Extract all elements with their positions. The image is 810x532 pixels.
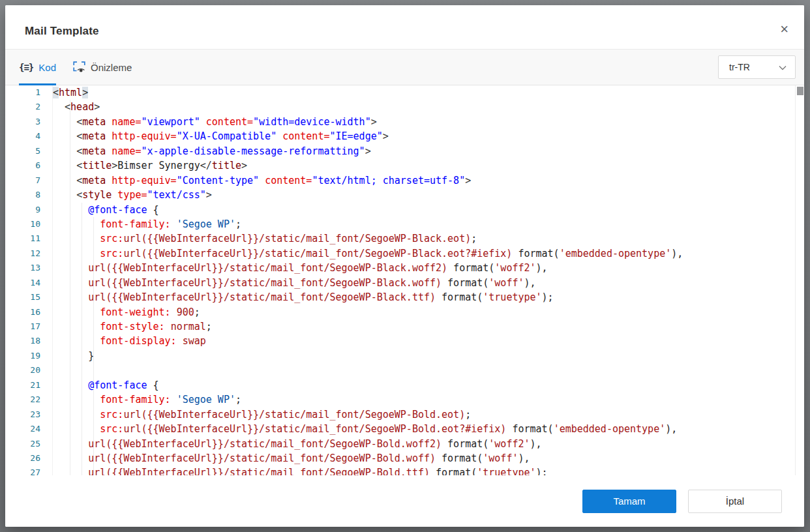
code-line[interactable]: font-weight: 900; (53, 305, 794, 319)
line-number[interactable]: 25 (5, 437, 52, 451)
line-number[interactable]: 27 (5, 466, 52, 475)
code-line[interactable]: font-style: normal; (53, 319, 794, 334)
code-line[interactable]: url({{WebInterfaceUrl}}/static/mail_font… (53, 290, 794, 304)
line-number[interactable]: 20 (5, 363, 52, 377)
line-number[interactable]: 14 (5, 276, 52, 290)
code-braces-icon: {≡} (19, 62, 33, 72)
scrollbar-thumb[interactable] (797, 87, 803, 95)
code-line[interactable]: url({{WebInterfaceUrl}}/static/mail_font… (53, 451, 794, 466)
code-line[interactable]: <style type="text/css"> (53, 188, 794, 202)
line-number[interactable]: 21 (5, 378, 52, 392)
line-number[interactable]: 23 (5, 407, 52, 422)
code-line[interactable]: @font-face { (53, 203, 794, 217)
code-editor[interactable]: 1234567891011121314151617181920212223242… (5, 85, 804, 475)
tab-kod-label: Kod (38, 62, 56, 73)
line-number[interactable]: 18 (5, 334, 52, 348)
language-select[interactable]: tr-TR (718, 55, 796, 79)
code-line[interactable]: src:url({{WebInterfaceUrl}}/static/mail_… (53, 422, 794, 436)
code-line[interactable]: <html> (53, 85, 794, 100)
vertical-scrollbar[interactable] (795, 85, 804, 475)
code-line[interactable]: font-family: 'Segoe WP'; (53, 392, 794, 407)
tab-onizleme-label: Önizleme (91, 62, 132, 73)
ok-button[interactable]: Tamam (582, 490, 676, 513)
line-number[interactable]: 17 (5, 319, 52, 334)
dialog-header: Mail Template × (5, 5, 804, 49)
code-content[interactable]: <html> <head> <meta name="viewport" cont… (53, 85, 794, 475)
code-line[interactable]: <meta http-equiv="Content-type" content=… (53, 173, 794, 188)
line-number[interactable]: 2 (5, 100, 52, 114)
editor-toolbar: {≡} Kod Önizleme tr-T (5, 49, 804, 85)
code-line[interactable]: } (53, 349, 794, 363)
line-number[interactable]: 13 (5, 261, 52, 275)
line-number[interactable]: 19 (5, 349, 52, 363)
code-line[interactable]: <meta name="x-apple-disable-message-refo… (53, 144, 794, 158)
code-line[interactable]: <head> (53, 100, 794, 114)
close-icon[interactable]: × (780, 22, 788, 37)
dialog-footer: Tamam İptal (5, 475, 804, 527)
line-number[interactable]: 9 (5, 203, 52, 217)
code-line[interactable]: url({{WebInterfaceUrl}}/static/mail_font… (53, 261, 794, 275)
line-number[interactable]: 8 (5, 188, 52, 202)
code-line[interactable]: font-display: swap (53, 334, 794, 348)
line-number[interactable]: 15 (5, 290, 52, 304)
line-number[interactable]: 5 (5, 144, 52, 158)
code-line[interactable]: @font-face { (53, 378, 794, 392)
line-number[interactable]: 11 (5, 231, 52, 246)
code-line[interactable] (53, 363, 794, 377)
line-numbers-gutter[interactable]: 1234567891011121314151617181920212223242… (5, 85, 53, 475)
code-line[interactable]: url({{WebInterfaceUrl}}/static/mail_font… (53, 276, 794, 290)
line-number[interactable]: 4 (5, 129, 52, 143)
code-line[interactable]: url({{WebInterfaceUrl}}/static/mail_font… (53, 466, 794, 475)
tab-kod[interactable]: {≡} Kod (19, 50, 56, 85)
dialog-title: Mail Template (25, 25, 99, 38)
code-line[interactable]: src:url({{WebInterfaceUrl}}/static/mail_… (53, 231, 794, 246)
code-line[interactable]: <title>Bimser Synergy</title> (53, 158, 794, 173)
line-number[interactable]: 26 (5, 451, 52, 466)
cancel-button[interactable]: İptal (688, 490, 782, 513)
code-line[interactable]: src:url({{WebInterfaceUrl}}/static/mail_… (53, 407, 794, 422)
line-number[interactable]: 6 (5, 158, 52, 173)
code-line[interactable]: <meta http-equiv="X-UA-Compatible" conte… (53, 129, 794, 143)
code-line[interactable]: src:url({{WebInterfaceUrl}}/static/mail_… (53, 246, 794, 261)
mail-template-dialog: Mail Template × {≡} Kod (5, 5, 804, 527)
code-line[interactable]: <meta name="viewport" content="width=dev… (53, 115, 794, 129)
line-number[interactable]: 24 (5, 422, 52, 436)
language-select-value: tr-TR (729, 62, 750, 72)
line-number[interactable]: 12 (5, 246, 52, 261)
line-number[interactable]: 1 (5, 85, 52, 100)
code-line[interactable]: url({{WebInterfaceUrl}}/static/mail_font… (53, 437, 794, 451)
line-number[interactable]: 3 (5, 115, 52, 129)
preview-eye-icon (73, 61, 85, 74)
code-line[interactable]: font-family: 'Segoe WP'; (53, 217, 794, 231)
line-number[interactable]: 16 (5, 305, 52, 319)
line-number[interactable]: 7 (5, 173, 52, 188)
line-number[interactable]: 10 (5, 217, 52, 231)
tab-onizleme[interactable]: Önizleme (73, 50, 132, 85)
chevron-down-icon (779, 62, 787, 72)
line-number[interactable]: 22 (5, 392, 52, 407)
